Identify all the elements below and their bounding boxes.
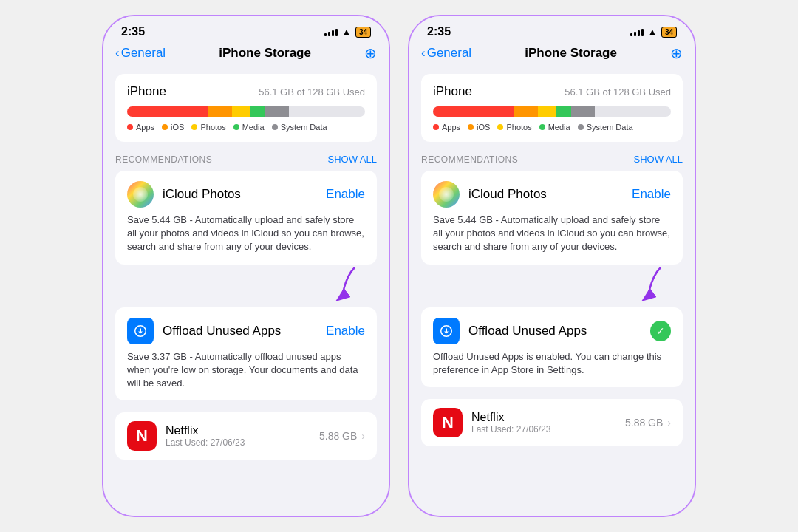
icloud-photos-card: iCloud Photos Enable Save 5.44 GB - Auto… [115,171,377,265]
recommendations-header-2: RECOMMENDATIONS SHOW ALL [409,148,695,168]
bar-system [265,106,289,117]
netflix-name: Netflix [166,424,245,437]
chevron-right-icon-2: › [667,417,671,429]
wifi-icon-2: ▲ [648,27,657,37]
netflix-name-2: Netflix [471,411,550,424]
netflix-app-item-2[interactable]: N Netflix Last Used: 27/06/23 5.88 GB › [421,399,683,446]
storage-amount-2: 56.1 GB of 128 GB Used [565,86,671,98]
legend-label-apps: Apps [136,123,154,132]
icloud-photos-desc: Save 5.44 GB - Automatically upload and … [127,214,365,254]
legend-dot-apps [127,124,133,130]
icloud-photos-icon [127,181,154,208]
app-store-svg [133,324,148,338]
netflix-last-used: Last Used: 27/06/23 [166,437,245,448]
legend-apps: Apps [127,123,154,132]
storage-header: iPhone 56.1 GB of 128 GB Used [127,84,365,99]
status-time: 2:35 [121,25,145,38]
netflix-item-left: N Netflix Last Used: 27/06/23 [127,421,245,451]
offload-apps-name: Offload Unused Apps [163,324,281,338]
chevron-left-icon-2: ‹ [421,46,426,61]
icloud-photos-name: iCloud Photos [163,187,241,202]
recommendations-header: RECOMMENDATIONS SHOW ALL [103,148,389,168]
back-button-2[interactable]: ‹ General [421,46,471,61]
legend-dot-ios [162,124,168,130]
app-store-svg-2 [439,324,454,338]
legend-label-media-2: Media [548,123,570,132]
netflix-item-right: 5.88 GB › [319,430,365,442]
offload-apps-row: Offload Unused Apps Enable [127,318,365,344]
netflix-icon-2: N [433,408,463,437]
legend-media: Media [233,123,265,132]
netflix-last-used-2: Last Used: 27/06/23 [471,424,550,434]
icloud-photos-left: iCloud Photos [127,181,241,208]
netflix-size-2: 5.88 GB [625,417,663,429]
legend-dot-system [272,124,278,130]
offload-apps-enable-button[interactable]: Enable [326,324,365,338]
status-icons: ▲ 34 [324,27,371,38]
page-title-2: iPhone Storage [525,46,617,61]
bar-media-2 [556,106,570,117]
icloud-photos-enable-button-2[interactable]: Enable [632,187,671,202]
netflix-size: 5.88 GB [319,430,357,442]
offload-apps-icon [127,318,154,344]
status-bar: 2:35 ▲ 34 [103,16,389,41]
legend-dot-apps-2 [433,124,439,130]
offload-apps-name-2: Offload Unused Apps [468,324,587,338]
legend-ios: iOS [162,123,184,132]
legend-photos-2: Photos [497,123,531,132]
legend-photos: Photos [191,123,225,132]
legend-dot-photos [191,124,197,130]
search-button[interactable]: ⊕ [364,44,377,62]
back-button[interactable]: ‹ General [115,46,166,61]
photos-svg-2 [437,185,455,203]
nav-bar: ‹ General iPhone Storage ⊕ [103,41,389,68]
storage-header-2: iPhone 56.1 GB of 128 GB Used [433,84,671,99]
page-title: iPhone Storage [219,46,311,61]
bar-photos [232,106,251,117]
legend-dot-media-2 [539,124,545,130]
storage-bar [127,106,365,117]
arrow-svg [310,264,369,301]
back-label-2: General [427,46,471,61]
scroll-content-2: iPhone 56.1 GB of 128 GB Used Apps iOS [409,68,695,516]
battery-indicator: 34 [355,27,371,38]
show-all-button[interactable]: SHOW ALL [328,154,377,165]
icloud-photos-name-2: iCloud Photos [468,187,547,202]
photos-svg [132,185,149,203]
show-all-button-2[interactable]: SHOW ALL [634,154,683,165]
netflix-info-2: Netflix Last Used: 27/06/23 [471,411,550,434]
legend-dot-system-2 [578,124,584,130]
search-button-2[interactable]: ⊕ [670,44,683,62]
netflix-item-right-2: 5.88 GB › [625,417,671,429]
storage-legend: Apps iOS Photos Media System Data [127,123,365,132]
bar-ios [208,106,231,117]
icloud-photos-enable-button[interactable]: Enable [326,187,365,202]
device-name: iPhone [127,84,166,99]
status-time-2: 2:35 [427,25,451,38]
status-bar-2: 2:35 ▲ 34 [409,16,695,41]
legend-label-ios: iOS [171,123,184,132]
phone-before: 2:35 ▲ 34 ‹ General iPhone Storage ⊕ iPh… [102,15,390,517]
chevron-left-icon: ‹ [115,46,120,61]
spacer [103,403,389,409]
offload-apps-desc: Save 3.37 GB - Automatically offload unu… [127,350,365,391]
wifi-icon: ▲ [342,27,351,37]
legend-label-system: System Data [281,123,327,132]
storage-card: iPhone 56.1 GB of 128 GB Used Apps iOS [115,74,377,142]
icloud-photos-row: iCloud Photos Enable [127,181,365,208]
legend-label-apps-2: Apps [442,123,460,132]
arrow-svg-2 [616,264,675,301]
bar-photos-2 [538,106,557,117]
arrow-annotation [115,267,377,304]
legend-system: System Data [272,123,327,132]
icloud-photos-card-2: iCloud Photos Enable Save 5.44 GB - Auto… [421,171,683,265]
scroll-content: iPhone 56.1 GB of 128 GB Used Apps iOS [103,68,389,516]
legend-system-2: System Data [578,123,633,132]
legend-label-ios-2: iOS [477,123,490,132]
offload-apps-card-2: Offload Unused Apps ✓ Offload Unused App… [421,307,683,387]
back-label: General [121,46,166,61]
battery-indicator-2: 34 [661,27,677,38]
netflix-app-item[interactable]: N Netflix Last Used: 27/06/23 5.88 GB › [115,412,377,460]
legend-dot-media [233,124,239,130]
recommendations-title-2: RECOMMENDATIONS [421,154,518,165]
